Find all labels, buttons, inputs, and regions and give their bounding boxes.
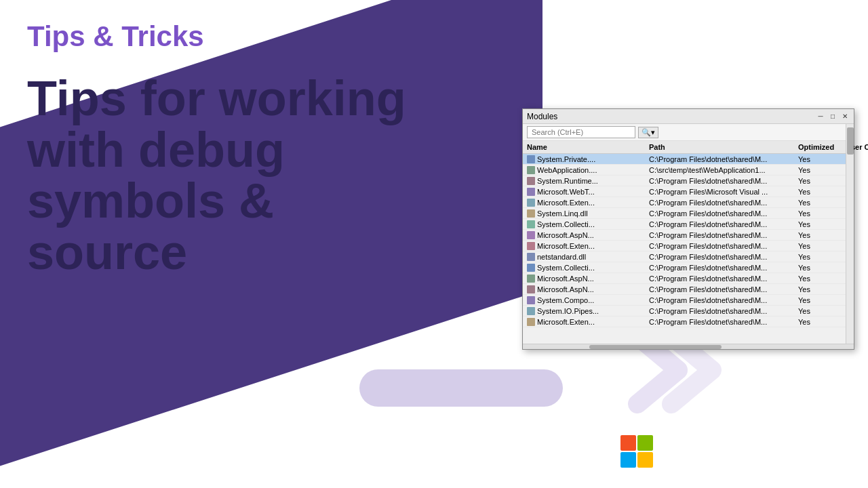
vs-branding: Microsoft Visual Studio [620, 435, 848, 468]
horizontal-scrollbar[interactable] [523, 344, 854, 349]
td-path: C:\Program Files\dotnet\shared\M... [648, 220, 797, 229]
td-optimized: Yes [797, 165, 844, 175]
td-path: C:\Program Files\dotnet\shared\M... [648, 306, 797, 316]
td-path: C:\Program Files\dotnet\shared\M... [648, 317, 797, 327]
td-optimized: Yes [797, 220, 844, 229]
module-icon [527, 253, 535, 261]
table-row[interactable]: System.Private.... C:\Program Files\dotn… [523, 154, 854, 165]
td-path: C:\Program Files\dotnet\shared\M... [648, 252, 797, 262]
svg-rect-5 [527, 209, 535, 218]
table-row[interactable]: System.Runtime... C:\Program Files\dotne… [523, 176, 854, 186]
col-header-path: Path [648, 142, 797, 152]
col-header-optimized: Optimized [797, 142, 844, 152]
svg-rect-3 [527, 188, 535, 196]
table-row[interactable]: System.Linq.dll C:\Program Files\dotnet\… [523, 208, 854, 219]
svg-rect-4 [527, 199, 535, 207]
svg-rect-13 [527, 296, 535, 304]
td-path: C:\Program Files\Microsoft Visual ... [648, 187, 797, 197]
table-row[interactable]: Microsoft.AspN... C:\Program Files\dotne… [523, 273, 854, 284]
td-path: C:\Program Files\dotnet\shared\M... [648, 263, 797, 272]
svg-rect-7 [527, 231, 535, 239]
svg-rect-14 [527, 307, 535, 315]
svg-rect-12 [527, 285, 535, 293]
td-optimized: Yes [797, 306, 844, 316]
td-optimized: Yes [797, 274, 844, 283]
td-path: C:\Program Files\dotnet\shared\M... [648, 230, 797, 240]
module-icon [527, 166, 535, 174]
vs-logo-bottom-right [637, 452, 653, 468]
table-row[interactable]: System.Collecti... C:\Program Files\dotn… [523, 219, 854, 230]
table-row[interactable]: WebApplication.... C:\src\temp\test\WebA… [523, 165, 854, 176]
table-row[interactable]: Microsoft.Exten... C:\Program Files\dotn… [523, 197, 854, 208]
restore-button[interactable]: □ [828, 112, 837, 121]
td-name: System.Compo... [526, 296, 648, 305]
module-icon [527, 199, 535, 207]
td-name: System.Linq.dll [526, 209, 648, 218]
table-row[interactable]: netstandard.dll C:\Program Files\dotnet\… [523, 251, 854, 262]
module-icon [527, 264, 535, 272]
td-path: C:\Program Files\dotnet\shared\M... [648, 274, 797, 283]
svg-rect-8 [527, 242, 535, 250]
td-path: C:\Program Files\dotnet\shared\M... [648, 155, 797, 164]
search-bar: 🔍▾ [523, 124, 854, 141]
table-header: Name Path Optimized User Code Symbol Sta… [523, 141, 854, 154]
td-optimized: Yes [797, 187, 844, 197]
module-icon [527, 242, 535, 250]
td-optimized: Yes [797, 198, 844, 207]
table-row[interactable]: Microsoft.AspN... C:\Program Files\dotne… [523, 230, 854, 241]
td-name: Microsoft.WebT... [526, 187, 648, 197]
table-row[interactable]: Microsoft.Exten... C:\Program Files\dotn… [523, 317, 854, 327]
window-controls: ─ □ ✕ [816, 112, 850, 121]
td-name: Microsoft.Exten... [526, 241, 648, 251]
td-path: C:\Program Files\dotnet\shared\M... [648, 209, 797, 218]
svg-rect-6 [527, 220, 535, 228]
module-icon [527, 209, 535, 218]
vertical-scrollbar[interactable] [846, 124, 854, 344]
horizontal-scroll-thumb [589, 345, 722, 349]
td-name: Microsoft.AspN... [526, 230, 648, 240]
td-name: System.Collecti... [526, 220, 648, 229]
td-optimized: Yes [797, 230, 844, 240]
module-icon [527, 318, 535, 326]
td-optimized: Yes [797, 209, 844, 218]
td-optimized: Yes [797, 155, 844, 164]
module-icon [527, 177, 535, 185]
search-input[interactable] [527, 126, 635, 138]
svg-rect-2 [527, 177, 535, 185]
module-icon [527, 296, 535, 304]
table-row[interactable]: Microsoft.AspN... C:\Program Files\dotne… [523, 284, 854, 295]
table-row[interactable]: Microsoft.Exten... C:\Program Files\dotn… [523, 241, 854, 251]
td-path: C:\Program Files\dotnet\shared\M... [648, 285, 797, 294]
table-row[interactable]: System.IO.Pipes... C:\Program Files\dotn… [523, 306, 854, 317]
left-content-area: Tips & Tricks Tips for working with debu… [0, 0, 475, 488]
window-titlebar: Modules ─ □ ✕ [523, 109, 854, 124]
td-path: C:\Program Files\dotnet\shared\M... [648, 296, 797, 305]
module-icon [527, 274, 535, 283]
td-name: System.IO.Pipes... [526, 306, 648, 316]
svg-rect-15 [527, 318, 535, 326]
vs-logo [620, 435, 653, 468]
tips-tricks-label: Tips & Tricks [27, 20, 448, 53]
td-path: C:\Program Files\dotnet\shared\M... [648, 198, 797, 207]
td-optimized: Yes [797, 263, 844, 272]
modules-window: Modules ─ □ ✕ 🔍▾ Name Path Optimized Use… [522, 108, 854, 350]
vs-name-label: Microsoft Visual Studio [663, 441, 848, 462]
svg-rect-10 [527, 264, 535, 272]
td-optimized: Yes [797, 296, 844, 305]
table-row[interactable]: System.Collecti... C:\Program Files\dotn… [523, 262, 854, 273]
table-row[interactable]: System.Compo... C:\Program Files\dotnet\… [523, 295, 854, 306]
td-name: System.Private.... [526, 155, 648, 164]
module-icon [527, 155, 535, 163]
vs-logo-top-right [637, 435, 653, 451]
td-name: WebApplication.... [526, 165, 648, 175]
close-button[interactable]: ✕ [840, 112, 850, 121]
td-name: System.Runtime... [526, 176, 648, 186]
minimize-button[interactable]: ─ [816, 112, 825, 121]
table-row[interactable]: Microsoft.WebT... C:\Program Files\Micro… [523, 186, 854, 197]
td-optimized: Yes [797, 285, 844, 294]
td-name: System.Collecti... [526, 263, 648, 272]
scroll-thumb [847, 127, 854, 155]
main-title-line1: Tips for working [27, 71, 406, 125]
module-icon [527, 220, 535, 228]
search-button[interactable]: 🔍▾ [638, 127, 658, 138]
